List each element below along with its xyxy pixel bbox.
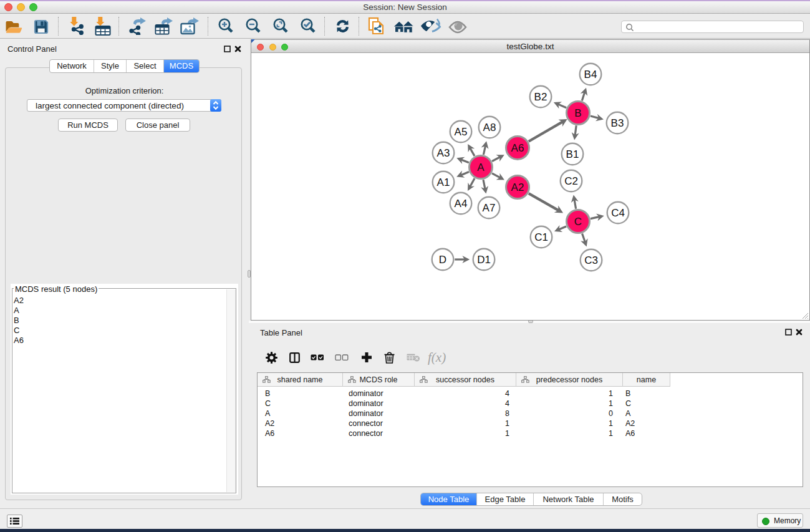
svg-text:A7: A7 (483, 202, 496, 214)
svg-text:C4: C4 (611, 207, 625, 219)
svg-text:A1: A1 (437, 177, 450, 188)
svg-text:C2: C2 (564, 175, 578, 187)
svg-text:A3: A3 (437, 147, 450, 159)
svg-text:B: B (574, 107, 581, 119)
svg-text:A8: A8 (483, 122, 496, 133)
svg-text:A6: A6 (511, 142, 524, 154)
svg-text:A: A (477, 162, 485, 173)
svg-text:B4: B4 (584, 69, 597, 80)
svg-text:D1: D1 (477, 254, 491, 266)
svg-text:A2: A2 (511, 181, 524, 193)
svg-text:B2: B2 (534, 91, 547, 103)
svg-text:C1: C1 (534, 231, 548, 243)
svg-text:D: D (439, 254, 446, 266)
svg-text:B3: B3 (611, 117, 624, 129)
svg-text:B1: B1 (566, 148, 579, 160)
svg-text:A4: A4 (455, 198, 468, 210)
svg-text:C: C (574, 216, 582, 228)
svg-text:A5: A5 (455, 126, 468, 138)
svg-text:C3: C3 (584, 254, 598, 266)
